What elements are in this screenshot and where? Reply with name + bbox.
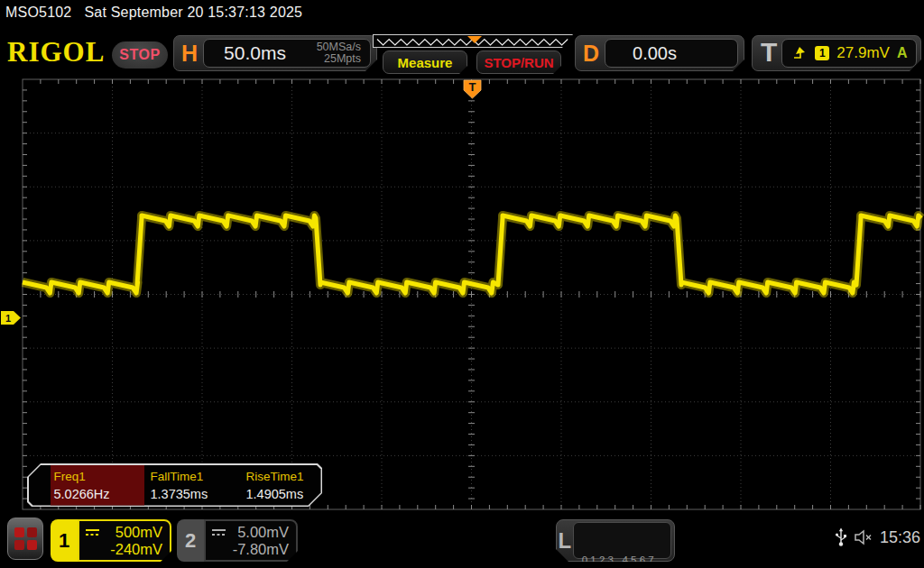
measure-button[interactable]: Measure bbox=[383, 50, 467, 74]
grid-squares-icon bbox=[14, 527, 37, 550]
trigger-position-marker[interactable]: T bbox=[464, 80, 481, 98]
status-icons: 15:36 bbox=[835, 527, 920, 547]
channel1-position-marker[interactable]: 1 bbox=[1, 311, 21, 325]
titlebar: MSO5102Sat September 20 15:37:13 2025 bbox=[5, 5, 302, 21]
horizontal-inset: 50.0ms 50MSa/s 25Mpts bbox=[203, 39, 371, 68]
channel1-marker-number: 1 bbox=[5, 313, 11, 324]
delay-inset: 0.00s bbox=[605, 39, 738, 68]
channel1-values: 500mV -240mV bbox=[78, 519, 171, 562]
measurement-panel[interactable]: Freq1 5.0266Hz FallTime1 1.3735ms RiseTi… bbox=[27, 463, 322, 507]
channel1-number-tab: 1 bbox=[51, 519, 78, 562]
timebase-value: 50.0ms bbox=[204, 42, 317, 64]
channel1-offset: -240mV bbox=[110, 541, 162, 558]
acquisition-status-badge: STOP bbox=[112, 41, 168, 69]
trigger-settings-block[interactable]: T 1 27.9mV A bbox=[752, 35, 921, 71]
logic-label: L bbox=[557, 520, 573, 561]
channel2-block[interactable]: 2 5.00mV -7.80mV bbox=[177, 519, 298, 562]
trigger-level-value: 27.9mV bbox=[836, 44, 890, 62]
menu-grid-button[interactable] bbox=[7, 518, 43, 560]
trigger-marker-letter: T bbox=[469, 80, 476, 94]
speaker-muted-icon[interactable] bbox=[854, 529, 873, 545]
dc-coupling-icon bbox=[211, 527, 226, 537]
measurement-item-freq1[interactable]: Freq1 5.0266Hz bbox=[51, 465, 144, 506]
acquisition-rates: 50MSa/s 25Mpts bbox=[317, 41, 370, 65]
channel1-scale: 500mV bbox=[116, 524, 162, 541]
measurement-label: Freq1 bbox=[54, 470, 144, 483]
rising-edge-trigger-icon bbox=[793, 46, 808, 60]
logic-channel-list: 0 1 2 3 4 5 6 7 8 9 1011 12131415 bbox=[573, 522, 671, 559]
graticule bbox=[23, 79, 920, 509]
rigol-logo: RIGOL bbox=[7, 36, 105, 69]
trigger-label: T bbox=[753, 37, 781, 69]
channel1-block[interactable]: 1 500mV -240mV bbox=[51, 519, 171, 562]
waveform-display-area: T 1 bbox=[0, 77, 924, 512]
stop-run-button-label: STOP/RUN bbox=[484, 55, 553, 70]
waveform-memory-bar[interactable] bbox=[373, 34, 573, 48]
memory-waveform-icon bbox=[374, 35, 574, 49]
model-name: MSO5102 bbox=[5, 5, 71, 20]
datetime-label: Sat September 20 15:37:13 2025 bbox=[84, 5, 302, 20]
channel2-values: 5.00mV -7.80mV bbox=[204, 519, 298, 562]
trigger-sweep-mode: A bbox=[897, 45, 910, 61]
measurement-panel-body: Freq1 5.0266Hz FallTime1 1.3735ms RiseTi… bbox=[29, 465, 321, 506]
dc-coupling-icon bbox=[85, 527, 100, 537]
horizontal-settings-block[interactable]: H 50.0ms 50MSa/s 25Mpts bbox=[173, 35, 377, 71]
measurement-label: FallTime1 bbox=[151, 470, 242, 483]
usb-icon[interactable] bbox=[835, 527, 847, 547]
delay-value: 0.00s bbox=[605, 43, 677, 64]
clock-label: 15:36 bbox=[880, 528, 920, 547]
stop-run-button[interactable]: STOP/RUN bbox=[476, 50, 561, 74]
delay-label: D bbox=[576, 41, 605, 67]
trigger-inset: 1 27.9mV A bbox=[781, 39, 917, 68]
logic-channels-block[interactable]: L 0 1 2 3 4 5 6 7 8 9 1011 12131415 bbox=[556, 519, 675, 562]
measurement-value: 1.3735ms bbox=[151, 487, 242, 501]
acquisition-status-label: STOP bbox=[119, 47, 160, 63]
measurement-value: 5.0266Hz bbox=[54, 487, 144, 501]
ch1-waveform-trace bbox=[23, 215, 921, 293]
channel2-number-tab: 2 bbox=[177, 519, 204, 562]
horizontal-label: H bbox=[174, 41, 203, 67]
delay-settings-block[interactable]: D 0.00s bbox=[575, 35, 744, 71]
trigger-source-badge: 1 bbox=[815, 46, 829, 60]
measure-button-label: Measure bbox=[398, 55, 453, 70]
logic-row-0-7: 0 1 2 3 4 5 6 7 bbox=[582, 554, 670, 566]
oscilloscope-screen: MSO5102Sat September 20 15:37:13 2025 RI… bbox=[0, 0, 924, 568]
memory-depth: 25Mpts bbox=[317, 53, 361, 65]
channel2-scale: 5.00mV bbox=[237, 524, 289, 541]
channel2-offset: -7.80mV bbox=[233, 541, 289, 558]
measurement-item-falltime1[interactable]: FallTime1 1.3735ms bbox=[148, 465, 242, 506]
